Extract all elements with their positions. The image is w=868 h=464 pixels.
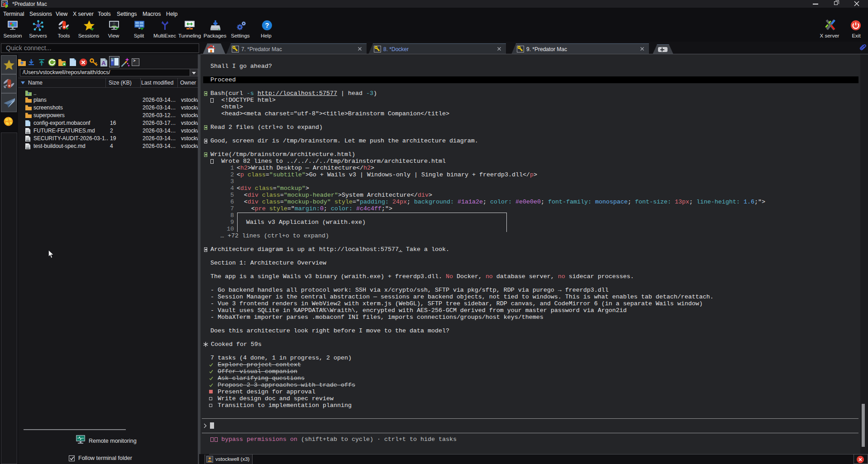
- svg-text:A: A: [101, 60, 106, 66]
- svg-text:?: ?: [265, 21, 269, 29]
